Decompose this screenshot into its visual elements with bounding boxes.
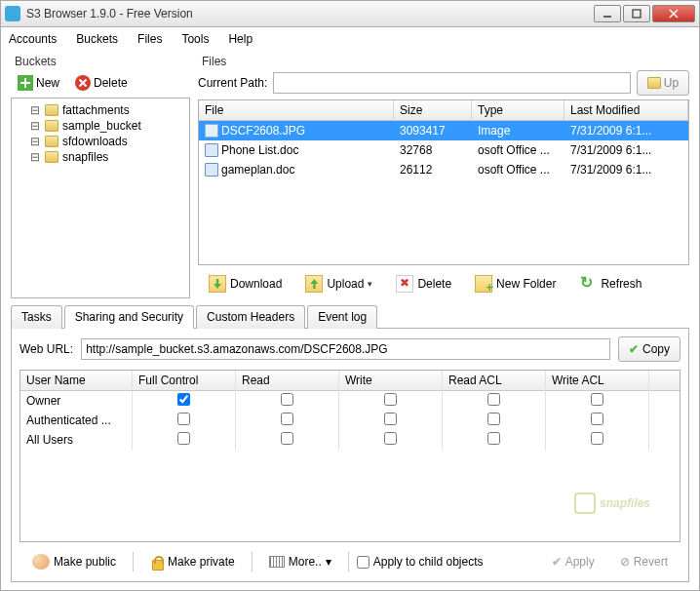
- acl-readacl-checkbox[interactable]: [487, 432, 500, 445]
- make-public-label: Make public: [54, 555, 116, 569]
- file-modified: 7/31/2009 6:1...: [564, 141, 688, 159]
- acl-col-read[interactable]: Read: [236, 371, 339, 390]
- more-icon: [269, 556, 285, 568]
- files-table: File Size Type Last Modified DSCF2608.JP…: [198, 99, 689, 265]
- delete-file-button[interactable]: Delete: [387, 271, 460, 296]
- acl-full-checkbox[interactable]: [177, 393, 190, 406]
- acl-user: All Users: [20, 430, 133, 450]
- acl-readacl-checkbox[interactable]: [487, 393, 500, 406]
- refresh-button[interactable]: Refresh: [570, 271, 650, 296]
- acl-read-checkbox[interactable]: [281, 413, 293, 425]
- buckets-tree[interactable]: ⊟fattachments ⊟sample_bucket ⊟sfdownload…: [11, 98, 190, 298]
- acl-writeacl-checkbox[interactable]: [591, 432, 603, 445]
- acl-col-user[interactable]: User Name: [20, 371, 133, 390]
- acl-write-checkbox[interactable]: [384, 393, 397, 406]
- new-folder-label: New Folder: [496, 277, 556, 291]
- svg-rect-1: [633, 10, 641, 18]
- separator: [133, 552, 134, 571]
- maximize-button[interactable]: [623, 5, 650, 22]
- new-folder-button[interactable]: New Folder: [466, 271, 564, 296]
- bucket-item[interactable]: ⊟snapfiles: [16, 149, 185, 165]
- file-row[interactable]: gameplan.doc26112osoft Office ...7/31/20…: [199, 160, 688, 179]
- check-icon: ✔: [629, 342, 639, 356]
- delete-icon: [75, 75, 91, 91]
- revert-button[interactable]: ⊘Revert: [611, 551, 677, 572]
- upload-button[interactable]: Upload▾: [296, 271, 381, 296]
- tab-custom-headers[interactable]: Custom Headers: [196, 305, 305, 329]
- titlebar: S3 Browser 1.9.0 - Free Version: [0, 0, 700, 27]
- menu-buckets[interactable]: Buckets: [76, 32, 118, 46]
- make-public-button[interactable]: Make public: [23, 550, 125, 573]
- new-bucket-button[interactable]: New: [13, 72, 64, 94]
- delete-bucket-button[interactable]: Delete: [70, 72, 133, 94]
- acl-writeacl-checkbox[interactable]: [591, 413, 603, 425]
- col-header-modified[interactable]: Last Modified: [564, 100, 688, 120]
- col-header-file[interactable]: File: [199, 100, 394, 120]
- bucket-item[interactable]: ⊟sample_bucket: [16, 118, 185, 134]
- bucket-item[interactable]: ⊟fattachments: [16, 102, 185, 118]
- acl-full-checkbox[interactable]: [177, 432, 190, 445]
- folder-icon: [45, 151, 58, 163]
- apply-label: Apply: [565, 555, 595, 569]
- folder-up-icon: [647, 77, 661, 89]
- expander-icon[interactable]: ⊟: [29, 119, 41, 133]
- download-button[interactable]: Download: [200, 271, 291, 296]
- file-type-icon: [205, 124, 218, 138]
- make-private-button[interactable]: Make private: [141, 551, 244, 572]
- app-icon: [5, 6, 20, 21]
- minimize-button[interactable]: [594, 5, 621, 22]
- tab-event-log[interactable]: Event log: [307, 305, 377, 329]
- buckets-label: Buckets: [11, 55, 190, 68]
- tab-tasks[interactable]: Tasks: [11, 305, 62, 329]
- menu-help[interactable]: Help: [228, 32, 253, 46]
- file-type-icon: [205, 143, 218, 157]
- new-folder-icon: [475, 275, 492, 293]
- file-type: Image: [472, 122, 564, 139]
- acl-write-checkbox[interactable]: [384, 413, 397, 425]
- delete-file-label: Delete: [417, 277, 451, 291]
- col-header-type[interactable]: Type: [472, 100, 564, 120]
- acl-readacl-checkbox[interactable]: [487, 413, 500, 425]
- acl-col-writeacl[interactable]: Write ACL: [546, 371, 649, 390]
- acl-col-readacl[interactable]: Read ACL: [443, 371, 546, 390]
- revert-label: Revert: [634, 555, 668, 569]
- acl-col-write[interactable]: Write: [339, 371, 443, 390]
- file-row[interactable]: DSCF2608.JPG3093417Image7/31/2009 6:1...: [199, 121, 688, 140]
- file-modified: 7/31/2009 6:1...: [564, 161, 688, 178]
- tab-sharing-security[interactable]: Sharing and Security: [64, 305, 194, 329]
- more-button[interactable]: More..▾: [260, 551, 340, 572]
- window-title: S3 Browser 1.9.0 - Free Version: [26, 7, 594, 20]
- acl-header: User Name Full Control Read Write Read A…: [20, 371, 680, 391]
- acl-read-checkbox[interactable]: [281, 393, 293, 406]
- apply-button[interactable]: ✔Apply: [543, 551, 603, 572]
- menu-tools[interactable]: Tools: [181, 32, 209, 46]
- file-row[interactable]: Phone List.doc32768osoft Office ...7/31/…: [199, 140, 688, 160]
- expander-icon[interactable]: ⊟: [29, 103, 41, 117]
- acl-read-checkbox[interactable]: [281, 432, 293, 445]
- bucket-item[interactable]: ⊟sfdownloads: [16, 134, 185, 149]
- tabs-row: Tasks Sharing and Security Custom Header…: [11, 304, 689, 329]
- acl-col-full[interactable]: Full Control: [133, 371, 236, 390]
- download-icon: [209, 275, 226, 293]
- col-header-size[interactable]: Size: [394, 100, 472, 120]
- download-label: Download: [230, 277, 282, 291]
- apply-to-child-checkbox[interactable]: Apply to child objects: [357, 555, 484, 569]
- expander-icon[interactable]: ⊟: [29, 135, 41, 148]
- apply-child-cb[interactable]: [357, 556, 369, 569]
- acl-writeacl-checkbox[interactable]: [591, 393, 603, 406]
- copy-url-button[interactable]: ✔ Copy: [618, 336, 681, 362]
- bucket-name: sfdownloads: [62, 135, 128, 148]
- path-up-button[interactable]: Up: [637, 70, 689, 96]
- expander-icon[interactable]: ⊟: [29, 150, 41, 164]
- bucket-name: snapfiles: [62, 150, 108, 164]
- close-button[interactable]: [652, 5, 695, 22]
- web-url-input[interactable]: [81, 338, 610, 360]
- file-type: osoft Office ...: [472, 141, 564, 159]
- web-url-label: Web URL:: [19, 342, 73, 356]
- menu-accounts[interactable]: Accounts: [9, 32, 57, 46]
- menu-files[interactable]: Files: [137, 32, 162, 46]
- acl-write-checkbox[interactable]: [384, 432, 397, 445]
- current-path-input[interactable]: [273, 72, 631, 94]
- separator: [348, 552, 349, 571]
- acl-full-checkbox[interactable]: [177, 413, 190, 425]
